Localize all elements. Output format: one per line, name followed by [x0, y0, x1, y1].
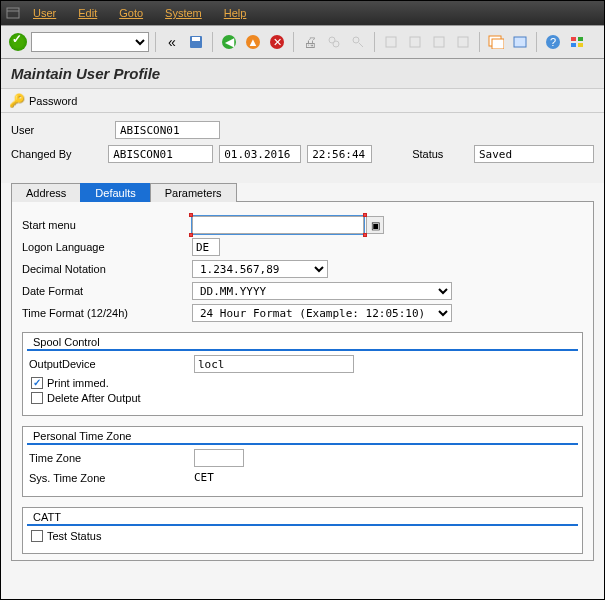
next-page-icon — [429, 32, 449, 52]
find-icon — [324, 32, 344, 52]
svg-line-13 — [359, 43, 363, 47]
help-icon[interactable]: ? — [543, 32, 563, 52]
output-device-field[interactable] — [194, 355, 354, 373]
exit-icon[interactable]: ▲ — [243, 32, 263, 52]
sub-toolbar: 🔑 Password — [1, 89, 604, 113]
svg-rect-19 — [492, 39, 504, 49]
svg-point-11 — [333, 41, 339, 47]
status-field — [474, 145, 594, 163]
print-icon: 🖨 — [300, 32, 320, 52]
tab-strip: Address Defaults Parameters — [11, 183, 594, 202]
prev-page-icon — [405, 32, 425, 52]
tab-defaults[interactable]: Defaults — [80, 183, 150, 202]
separator — [536, 32, 537, 52]
group-title-timezone: Personal Time Zone — [27, 427, 578, 445]
group-personal-time-zone: Personal Time Zone Time Zone Sys. Time Z… — [22, 426, 583, 497]
start-menu-field[interactable] — [192, 216, 364, 234]
output-device-label: OutputDevice — [29, 358, 194, 370]
tab-body-defaults: Start menu ▣ Logon Language Decimal Nota… — [11, 202, 594, 561]
user-label: User — [11, 124, 109, 136]
menu-edit[interactable]: Edit — [68, 7, 107, 19]
svg-text:◀: ◀ — [225, 35, 235, 49]
group-spool-control: Spool Control OutputDevice Print immed. … — [22, 332, 583, 416]
svg-rect-3 — [192, 37, 200, 41]
logon-language-label: Logon Language — [22, 241, 192, 253]
test-status-label: Test Status — [47, 530, 101, 542]
svg-rect-24 — [578, 37, 583, 41]
menu-goto[interactable]: Goto — [109, 7, 153, 19]
back-icon[interactable]: ◀ — [219, 32, 239, 52]
svg-rect-23 — [571, 37, 576, 41]
enter-icon[interactable] — [9, 33, 27, 51]
date-format-label: Date Format — [22, 285, 192, 297]
changed-by-field — [108, 145, 213, 163]
print-immed-label: Print immed. — [47, 377, 109, 389]
command-field[interactable] — [31, 32, 149, 52]
header-fields: User Changed By Status — [1, 113, 604, 183]
save-icon[interactable] — [186, 32, 206, 52]
group-title-spool: Spool Control — [27, 333, 578, 351]
changed-by-label: Changed By — [11, 148, 102, 160]
menu-help[interactable]: Help — [214, 7, 257, 19]
decimal-notation-label: Decimal Notation — [22, 263, 192, 275]
svg-rect-14 — [386, 37, 396, 47]
time-format-select[interactable]: 24 Hour Format (Example: 12:05:10) — [192, 304, 452, 322]
first-page-icon — [381, 32, 401, 52]
f4-help-icon[interactable]: ▣ — [366, 216, 384, 234]
tab-address[interactable]: Address — [11, 183, 81, 202]
svg-rect-15 — [410, 37, 420, 47]
decimal-notation-select[interactable]: 1.234.567,89 — [192, 260, 328, 278]
menu-system[interactable]: System — [155, 7, 212, 19]
password-button-label[interactable]: Password — [29, 95, 77, 107]
delete-after-checkbox[interactable] — [31, 392, 43, 404]
svg-rect-20 — [514, 37, 526, 47]
svg-rect-0 — [7, 8, 19, 18]
group-title-catt: CATT — [27, 508, 578, 526]
page-title: Maintain User Profile — [11, 65, 594, 82]
start-menu-label: Start menu — [22, 219, 192, 231]
date-format-select[interactable]: DD.MM.YYYY — [192, 282, 452, 300]
separator — [479, 32, 480, 52]
svg-rect-16 — [434, 37, 444, 47]
page-title-bar: Maintain User Profile — [1, 59, 604, 89]
shortcut-icon[interactable] — [510, 32, 530, 52]
test-status-checkbox[interactable] — [31, 530, 43, 542]
new-session-icon[interactable] — [486, 32, 506, 52]
last-page-icon — [453, 32, 473, 52]
svg-rect-17 — [458, 37, 468, 47]
time-format-label: Time Format (12/24h) — [22, 307, 192, 319]
sys-time-zone-value: CET — [194, 471, 214, 484]
time-zone-label: Time Zone — [29, 452, 194, 464]
separator — [155, 32, 156, 52]
delete-after-label: Delete After Output — [47, 392, 141, 404]
separator — [293, 32, 294, 52]
password-key-icon[interactable]: 🔑 — [9, 93, 25, 108]
app-toolbar: « ◀ ▲ ✕ 🖨 ? — [1, 25, 604, 59]
menu-user[interactable]: User — [23, 7, 66, 19]
status-label: Status — [412, 148, 468, 160]
svg-text:▲: ▲ — [248, 36, 259, 48]
changed-date-field — [219, 145, 301, 163]
svg-point-12 — [353, 37, 359, 43]
time-zone-field[interactable] — [194, 449, 244, 467]
svg-rect-25 — [571, 43, 576, 47]
cancel-icon[interactable]: ✕ — [267, 32, 287, 52]
group-catt: CATT Test Status — [22, 507, 583, 554]
chevrons-left-icon[interactable]: « — [162, 32, 182, 52]
menubar: User Edit Goto System Help — [1, 1, 604, 25]
svg-rect-26 — [578, 43, 583, 47]
tab-parameters[interactable]: Parameters — [150, 183, 237, 202]
print-immed-checkbox[interactable] — [31, 377, 43, 389]
separator — [212, 32, 213, 52]
svg-text:✕: ✕ — [273, 36, 282, 48]
svg-text:?: ? — [550, 36, 556, 48]
user-field — [115, 121, 220, 139]
layout-menu-icon[interactable] — [567, 32, 587, 52]
window-menu-icon[interactable] — [5, 5, 21, 21]
separator — [374, 32, 375, 52]
logon-language-field[interactable] — [192, 238, 220, 256]
sys-time-zone-label: Sys. Time Zone — [29, 472, 194, 484]
changed-time-field — [307, 145, 372, 163]
find-next-icon — [348, 32, 368, 52]
